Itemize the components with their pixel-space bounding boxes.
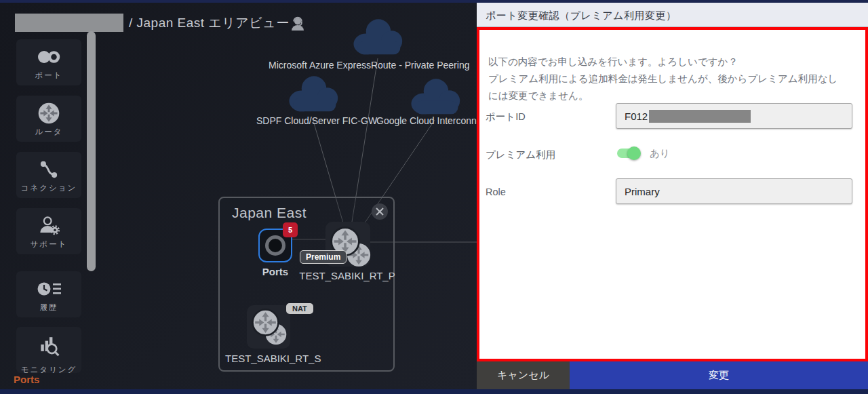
- port-id-value: F012: [625, 111, 648, 122]
- dialog-message-line: には変更できません。: [488, 87, 588, 105]
- premium-toggle[interactable]: [617, 149, 640, 158]
- port-ring-icon: [265, 235, 285, 256]
- submit-change-button[interactable]: 変更: [570, 361, 868, 389]
- dialog-message-line: 以下の内容でお申し込みを行います。よろしいですか？: [488, 54, 738, 71]
- premium-state-label: あり: [650, 147, 670, 160]
- azure-cloud-label: Microsoft Azure ExpressRoute - Private P…: [269, 60, 469, 71]
- role-label: Role: [486, 186, 506, 197]
- router-primary-label: TEST_SABIKI_RT_P: [286, 270, 408, 281]
- nat-badge: NAT: [286, 303, 313, 314]
- port-id-label: ポートID: [486, 111, 526, 123]
- area-panel-title: Japan East: [232, 205, 307, 221]
- dialog-message-line: プレミアム利用による追加料金は発生しませんが、後からプレミアム利用なし: [488, 71, 837, 88]
- sdpf-cloud-label: SDPF Cloud/Server FIC-GW: [256, 115, 377, 126]
- dialog-title: ポート変更確認（プレミアム利用変更）: [486, 9, 676, 22]
- app-root: / Japan East エリアビュー ポート ルータ: [0, 0, 868, 394]
- port-id-field[interactable]: F012: [616, 103, 852, 129]
- google-cloud-icon[interactable]: [406, 76, 467, 118]
- ports-link[interactable]: Ports: [14, 374, 39, 385]
- area-panel-japan-east: Japan East 5 Ports Premium TEST_SABIKI_R…: [218, 197, 395, 372]
- port-change-dialog: ポート変更確認（プレミアム利用変更） 以下の内容でお申し込みを行います。よろしい…: [477, 0, 868, 394]
- role-field[interactable]: Primary: [616, 178, 852, 204]
- toggle-knob: [627, 146, 641, 160]
- router-secondary-label: TEST_SABIKI_RT_S: [225, 353, 354, 364]
- cancel-button[interactable]: キャンセル: [477, 361, 570, 389]
- router-icon: [252, 309, 279, 336]
- ports-count-badge: 5: [283, 222, 298, 237]
- bottom-accent-strip: [0, 389, 868, 394]
- sdpf-cloud-icon[interactable]: [283, 73, 344, 115]
- premium-badge: Premium: [300, 250, 347, 264]
- premium-label: プレミアム利用: [486, 149, 555, 161]
- close-icon[interactable]: [372, 203, 388, 220]
- azure-cloud-icon[interactable]: [348, 16, 409, 58]
- topology-canvas[interactable]: / Japan East エリアビュー ポート ルータ: [0, 0, 477, 394]
- redacted-port-id: [649, 110, 751, 123]
- google-cloud-label: Google Cloud Interconnect: [376, 115, 477, 126]
- dialog-header: ポート変更確認（プレミアム利用変更）: [477, 0, 868, 27]
- role-value: Primary: [625, 186, 660, 197]
